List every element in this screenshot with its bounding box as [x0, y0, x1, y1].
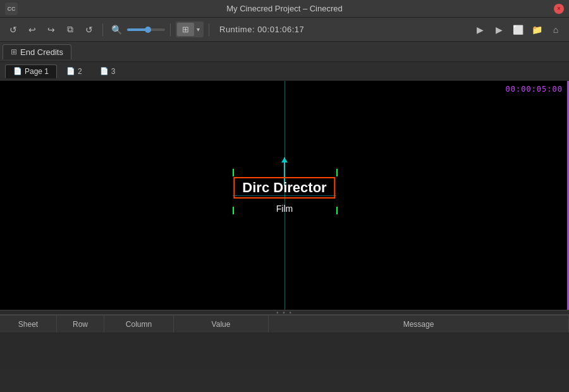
- redo-button[interactable]: ↪: [43, 21, 59, 38]
- page-3-icon: 📄: [100, 67, 109, 75]
- tick-right-top: [336, 169, 338, 176]
- table-body: [0, 333, 569, 369]
- credit-role: Film: [276, 204, 293, 214]
- col-value-label: Value: [212, 320, 231, 329]
- refresh-button[interactable]: ↺: [5, 21, 21, 38]
- undo-button[interactable]: ↩: [24, 21, 40, 38]
- folder-button[interactable]: 📁: [529, 21, 545, 38]
- title-bar: CC My Cinecred Project – Cinecred ×: [0, 0, 569, 18]
- page-tabs: 📄 Page 1 📄 2 📄 3: [0, 62, 569, 81]
- preview-area: 00:00:05:00 Dirc Director Film: [0, 81, 569, 310]
- folder-icon: 📁: [532, 25, 542, 35]
- zoom-control[interactable]: [127, 28, 165, 31]
- zoom-slider[interactable]: [127, 28, 165, 31]
- credit-name-box[interactable]: Dirc Director: [233, 177, 335, 199]
- window-title: My Cinecred Project – Cinecred: [226, 4, 343, 13]
- home-icon: ⌂: [553, 25, 558, 35]
- col-header-column: Column: [104, 315, 174, 333]
- page-tab-3[interactable]: 📄 3: [92, 64, 124, 78]
- view-grid-button[interactable]: ⊞: [177, 23, 194, 36]
- refresh-icon: ↺: [9, 25, 17, 35]
- credit-box: Dirc Director Film: [233, 177, 335, 214]
- col-header-row: Row: [57, 315, 104, 333]
- tab-label: End Credits: [20, 47, 63, 57]
- page-3-label: 3: [111, 67, 116, 76]
- search-button[interactable]: 🔍: [108, 21, 125, 38]
- home-button[interactable]: ⌂: [548, 21, 564, 38]
- timecode-display: 00:00:05:00: [506, 85, 563, 94]
- grid-icon: ⊞: [182, 25, 189, 34]
- view-toggle[interactable]: ⊞ ▾: [176, 21, 204, 37]
- page-tab-1[interactable]: 📄 Page 1: [5, 64, 57, 78]
- col-header-value: Value: [174, 315, 269, 333]
- app-logo: CC: [5, 3, 18, 15]
- copy-button[interactable]: ⧉: [62, 21, 78, 38]
- frame-icon: ⬜: [513, 25, 523, 35]
- preview-button-2[interactable]: ▶: [491, 21, 507, 38]
- copy-icon: ⧉: [67, 24, 73, 35]
- zoom-thumb: [145, 27, 151, 33]
- page-2-label: 2: [78, 67, 82, 76]
- credit-name: Dirc Director: [242, 180, 326, 195]
- redo-icon: ↪: [47, 25, 55, 35]
- play-icon: ▶: [477, 25, 484, 35]
- col-column-label: Column: [126, 320, 152, 329]
- col-sheet-label: Sheet: [18, 320, 38, 329]
- tab-grid-icon: ⊞: [11, 47, 17, 56]
- resize-dots-icon: • • •: [276, 309, 293, 316]
- bottom-panel: Sheet Row Column Value Message: [0, 315, 569, 369]
- table-header: Sheet Row Column Value Message: [0, 315, 569, 333]
- preview-button-1[interactable]: ▶: [472, 21, 488, 38]
- play-icon-2: ▶: [496, 25, 503, 35]
- divider-3: [209, 23, 209, 36]
- col-message-label: Message: [403, 320, 434, 329]
- tick-left-top: [233, 169, 234, 176]
- col-header-message: Message: [269, 315, 569, 333]
- frame-button[interactable]: ⬜: [510, 21, 526, 38]
- toolbar: ↺ ↩ ↪ ⧉ ↺ 🔍 ⊞ ▾ Runtime: 00:01:06:17 ▶ ▶…: [0, 18, 569, 42]
- end-credits-tab[interactable]: ⊞ End Credits: [3, 44, 71, 59]
- runtime-display: Runtime: 00:01:06:17: [219, 25, 304, 34]
- divider-2: [170, 23, 171, 36]
- revert-button[interactable]: ↺: [81, 21, 97, 38]
- page-1-label: Page 1: [25, 67, 49, 76]
- close-button[interactable]: ×: [554, 4, 564, 14]
- preview-canvas: 00:00:05:00 Dirc Director Film: [0, 81, 569, 310]
- resize-handle[interactable]: • • •: [0, 310, 569, 315]
- page-tab-2[interactable]: 📄 2: [58, 64, 90, 78]
- view-toggle-arrow[interactable]: ▾: [194, 24, 202, 35]
- search-icon: 🔍: [111, 25, 122, 35]
- divider-1: [102, 23, 103, 36]
- undo-icon: ↩: [28, 25, 36, 35]
- col-row-label: Row: [73, 320, 88, 329]
- col-header-sheet: Sheet: [0, 315, 57, 333]
- tab-bar: ⊞ End Credits: [0, 42, 569, 62]
- page-2-icon: 📄: [66, 67, 75, 75]
- page-1-icon: 📄: [13, 67, 22, 75]
- tick-right-bottom: [336, 207, 338, 214]
- revert-icon: ↺: [85, 25, 93, 35]
